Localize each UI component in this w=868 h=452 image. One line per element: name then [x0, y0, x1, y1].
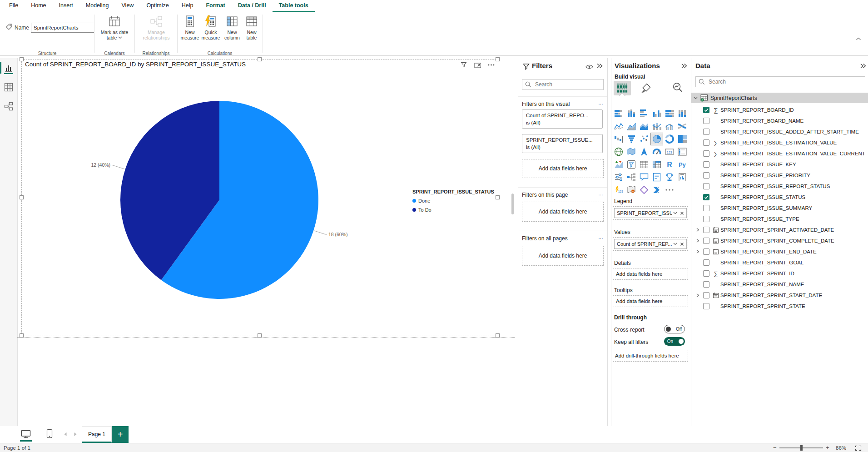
- ribbon-tab-home[interactable]: Home: [25, 0, 52, 12]
- visual-type-metrics[interactable]: [663, 171, 676, 184]
- field-checkbox[interactable]: [703, 139, 709, 146]
- visual-type-slicer[interactable]: [625, 158, 638, 171]
- visual-type-python-visual[interactable]: Py: [676, 158, 689, 171]
- add-data-fields-dropzone[interactable]: Add data fields here: [522, 159, 604, 178]
- visual-type-scorecard[interactable]: 123: [612, 184, 625, 196]
- field-row-sprint_report_issue_estimation_value_current[interactable]: ∑SPRINT_REPORT_ISSUE_ESTIMATION_VALUE_CU…: [691, 148, 868, 159]
- field-checkbox[interactable]: [703, 150, 709, 157]
- visual-type-100-stacked-column-chart[interactable]: [676, 107, 689, 120]
- field-row-sprint_report_sprint_end_date[interactable]: SPRINT_REPORT_SPRINT_END_DATE: [691, 246, 868, 257]
- visual-type-100-stacked-bar-chart[interactable]: [663, 107, 676, 120]
- zoom-out-button[interactable]: −: [773, 444, 777, 451]
- field-row-sprint_report_sprint_id[interactable]: ∑SPRINT_REPORT_SPRINT_ID: [691, 268, 868, 279]
- field-checkbox[interactable]: [703, 270, 709, 277]
- visual-type-table[interactable]: [638, 158, 650, 171]
- field-checkbox[interactable]: [703, 161, 709, 168]
- page-tab-page1[interactable]: Page 1: [82, 426, 112, 443]
- visual-type-clustered-column-chart[interactable]: [650, 107, 663, 120]
- ribbon-tab-format[interactable]: Format: [199, 0, 231, 12]
- field-checkbox[interactable]: [703, 205, 709, 211]
- visual-type-clustered-bar-chart[interactable]: [638, 107, 650, 120]
- visual-type-power-apps[interactable]: [638, 184, 650, 196]
- next-page-icon[interactable]: [74, 432, 77, 437]
- visual-type-map[interactable]: [612, 145, 625, 158]
- field-checkbox[interactable]: [703, 129, 709, 135]
- mark-as-date-table-button[interactable]: Mark as date table: [96, 15, 133, 40]
- field-checkbox[interactable]: [703, 259, 709, 266]
- resize-handle[interactable]: [20, 195, 24, 199]
- field-row-sprint_report_issue_status[interactable]: SPRINT_REPORT_ISSUE_STATUS: [691, 192, 868, 203]
- remove-field-icon[interactable]: [680, 211, 684, 215]
- visual-type-kpi[interactable]: [612, 158, 625, 171]
- filter-card[interactable]: Count of SPRINT_REPO... is (All): [522, 109, 603, 129]
- resize-handle[interactable]: [258, 57, 262, 61]
- filters-search-input[interactable]: [534, 81, 600, 88]
- visual-type-gauge[interactable]: [650, 145, 663, 158]
- fit-to-page-icon[interactable]: [855, 445, 862, 451]
- ribbon-tab-data-drill[interactable]: Data / Drill: [232, 0, 273, 12]
- visual-type-paginated-report[interactable]: [676, 171, 689, 184]
- expand-chevron-icon[interactable]: [694, 249, 701, 254]
- visual-type-multi-row-card[interactable]: [676, 145, 689, 158]
- field-row-sprint_report_sprint_goal[interactable]: SPRINT_REPORT_SPRINT_GOAL: [691, 257, 868, 268]
- expand-chevron-icon[interactable]: [694, 238, 701, 243]
- field-checkbox[interactable]: [703, 227, 709, 233]
- more-options-icon[interactable]: [488, 64, 495, 66]
- field-checkbox[interactable]: [703, 172, 709, 179]
- pie-chart[interactable]: 18 (60%)12 (40%): [84, 77, 421, 313]
- canvas-scrollbar[interactable]: [511, 194, 514, 214]
- new-column-button[interactable]: Newcolumn: [222, 15, 242, 40]
- ribbon-tab-view[interactable]: View: [115, 0, 140, 12]
- visual-type-get-more-visuals[interactable]: [663, 184, 676, 196]
- report-view-icon[interactable]: [4, 64, 13, 74]
- tooltips-well-dropzone[interactable]: Add data fields here: [613, 295, 688, 307]
- visual-type-qa-visual[interactable]: [638, 171, 650, 184]
- field-row-sprint_report_issue_priority[interactable]: SPRINT_REPORT_ISSUE_PRIORITY: [691, 170, 868, 181]
- field-row-sprint_report_sprint_activated_date[interactable]: SPRINT_REPORT_SPRINT_ACTIVATED_DATE: [691, 224, 868, 235]
- field-checkbox[interactable]: [703, 107, 709, 113]
- eye-icon[interactable]: [585, 64, 593, 70]
- mobile-layout-icon[interactable]: [46, 429, 53, 438]
- data-search-input[interactable]: [708, 78, 862, 85]
- field-checkbox[interactable]: [703, 281, 709, 288]
- values-field-pill[interactable]: Count of SPRINT_REP...: [614, 239, 687, 249]
- collapse-pane-icon[interactable]: [860, 63, 866, 69]
- visual-type-arcgis-map[interactable]: [625, 184, 638, 196]
- chevron-down-icon[interactable]: [694, 97, 698, 99]
- field-row-sprint_report_issue_key[interactable]: SPRINT_REPORT_ISSUE_KEY: [691, 159, 868, 170]
- collapse-ribbon-icon[interactable]: [856, 37, 861, 40]
- visual-type-line-and-clustered-column-chart[interactable]: [663, 120, 676, 133]
- legend-field-pill[interactable]: SPRINT_REPORT_ISSU...: [614, 208, 687, 218]
- model-view-icon[interactable]: [4, 102, 13, 111]
- ribbon-tab-file[interactable]: File: [3, 0, 25, 12]
- field-row-sprint_report_issue_report_status[interactable]: SPRINT_REPORT_ISSUE_REPORT_STATUS: [691, 181, 868, 192]
- field-checkbox[interactable]: [703, 194, 709, 200]
- field-checkbox[interactable]: [703, 292, 709, 298]
- legend-item-to-do[interactable]: To Do: [412, 207, 494, 213]
- field-row-sprint_report_sprint_start_date[interactable]: SPRINT_REPORT_SPRINT_START_DATE: [691, 290, 868, 301]
- desktop-layout-icon[interactable]: [21, 429, 31, 439]
- remove-field-icon[interactable]: [680, 242, 684, 246]
- field-row-sprint_report_issue_added_after_start_time[interactable]: SPRINT_REPORT_ISSUE_ADDED_AFTER_START_TI…: [691, 126, 868, 137]
- field-checkbox[interactable]: [703, 248, 709, 255]
- visual-type-power-automate[interactable]: [650, 184, 663, 196]
- field-row-sprint_report_sprint_state[interactable]: SPRINT_REPORT_SPRINT_STATE: [691, 301, 868, 312]
- visual-type-waterfall-chart[interactable]: [612, 133, 625, 145]
- format-visual-icon[interactable]: [640, 83, 651, 94]
- visual-filter-icon[interactable]: [461, 62, 467, 68]
- visual-type-stacked-area-chart[interactable]: [638, 120, 650, 133]
- new-page-button[interactable]: +: [112, 426, 129, 443]
- section-more-icon[interactable]: …: [598, 100, 604, 105]
- visual-type-filled-map[interactable]: [625, 145, 638, 158]
- quick-measure-button[interactable]: Quickmeasure: [200, 15, 221, 40]
- resize-handle[interactable]: [496, 195, 500, 199]
- visual-type-pie-chart[interactable]: [650, 133, 663, 145]
- add-data-fields-dropzone[interactable]: Add data fields here: [522, 246, 604, 266]
- section-more-icon[interactable]: …: [598, 234, 604, 240]
- zoom-in-button[interactable]: +: [826, 444, 829, 451]
- add-drill-through-dropzone[interactable]: Add drill-through fields here: [613, 350, 688, 362]
- visual-type-line-and-stacked-column-chart[interactable]: [650, 120, 663, 133]
- previous-page-icon[interactable]: [64, 432, 67, 437]
- section-more-icon[interactable]: …: [598, 191, 604, 196]
- ribbon-tab-table-tools[interactable]: Table tools: [273, 0, 315, 12]
